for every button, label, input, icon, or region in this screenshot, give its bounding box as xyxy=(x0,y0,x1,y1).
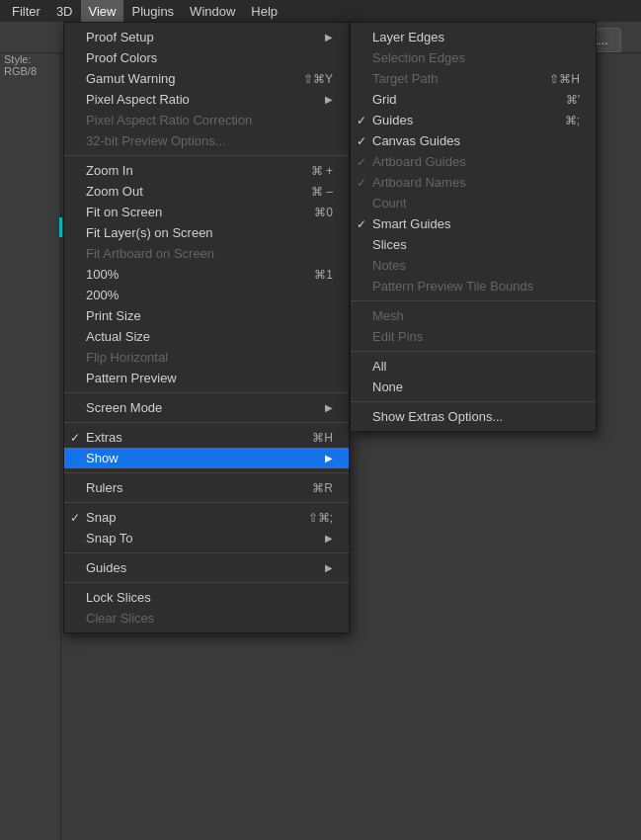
arrow-icon: ▶ xyxy=(325,533,333,544)
submenu-item-artboard-guides: ✓ Artboard Guides xyxy=(351,151,596,172)
divider xyxy=(64,472,349,473)
menu-item-proof-setup[interactable]: Proof Setup ▶ xyxy=(64,27,349,47)
submenu-item-smart-guides[interactable]: ✓ Smart Guides xyxy=(351,213,596,234)
divider xyxy=(64,392,349,393)
check-icon: ✓ xyxy=(357,155,366,169)
menu-item-200pct[interactable]: 200% xyxy=(64,285,349,305)
menu-item-fit-screen[interactable]: Fit on Screen ⌘0 xyxy=(64,202,349,222)
menu-item-zoom-in[interactable]: Zoom In ⌘ + xyxy=(64,160,349,181)
submenu-item-artboard-names: ✓ Artboard Names xyxy=(351,172,596,193)
show-submenu: Layer Edges Selection Edges Target Path … xyxy=(350,22,597,432)
arrow-icon: ▶ xyxy=(325,562,333,573)
submenu-item-guides[interactable]: ✓ Guides ⌘; xyxy=(351,110,596,130)
menu-item-gamut-warning[interactable]: Gamut Warning ⇧⌘Y xyxy=(64,68,349,89)
arrow-icon: ▶ xyxy=(325,32,333,42)
menu-bar: Filter 3D View Plugins Window Help xyxy=(0,0,641,22)
menu-item-actual-size[interactable]: Actual Size xyxy=(64,326,349,347)
menu-help[interactable]: Help xyxy=(243,0,285,22)
menu-item-proof-colors[interactable]: Proof Colors xyxy=(64,47,349,68)
menu-item-snap[interactable]: ✓ Snap ⇧⌘; xyxy=(64,507,349,528)
submenu-item-target-path: Target Path ⇧⌘H xyxy=(351,68,596,89)
arrow-icon: ▶ xyxy=(325,453,333,463)
menu-item-extras[interactable]: ✓ Extras ⌘H xyxy=(64,427,349,448)
submenu-item-show-extras-options[interactable]: Show Extras Options... xyxy=(351,406,596,427)
menu-item-lock-slices[interactable]: Lock Slices xyxy=(64,587,349,608)
submenu-item-mesh: Mesh xyxy=(351,305,596,326)
menu-item-fit-layers[interactable]: Fit Layer(s) on Screen xyxy=(64,222,349,243)
arrow-icon: ▶ xyxy=(325,402,333,413)
divider xyxy=(64,422,349,423)
submenu-item-none[interactable]: None xyxy=(351,377,596,397)
menu-plugins[interactable]: Plugins xyxy=(123,0,182,22)
menu-item-screen-mode[interactable]: Screen Mode ▶ xyxy=(64,397,349,418)
left-panel xyxy=(0,53,61,840)
view-dropdown-menu: Proof Setup ▶ Proof Colors Gamut Warning… xyxy=(63,22,350,633)
submenu-item-all[interactable]: All xyxy=(351,356,596,377)
menu-item-print-size[interactable]: Print Size xyxy=(64,305,349,326)
cyan-indicator xyxy=(59,217,62,237)
submenu-item-canvas-guides[interactable]: ✓ Canvas Guides xyxy=(351,130,596,151)
menu-window[interactable]: Window xyxy=(182,0,243,22)
divider xyxy=(351,351,596,352)
menu-item-rulers[interactable]: Rulers ⌘R xyxy=(64,477,349,498)
menu-3d[interactable]: 3D xyxy=(48,0,81,22)
divider xyxy=(64,502,349,503)
submenu-item-slices[interactable]: Slices xyxy=(351,234,596,255)
style-label: Style: xyxy=(4,53,32,65)
menu-item-show[interactable]: Show ▶ xyxy=(64,448,349,468)
check-icon: ✓ xyxy=(357,176,366,190)
check-icon: ✓ xyxy=(357,114,366,127)
menu-item-guides[interactable]: Guides ▶ xyxy=(64,557,349,578)
arrow-icon: ▶ xyxy=(325,94,333,105)
divider xyxy=(64,155,349,156)
menu-item-fit-artboard: Fit Artboard on Screen xyxy=(64,243,349,264)
check-icon: ✓ xyxy=(70,511,80,525)
divider xyxy=(64,552,349,553)
divider xyxy=(64,582,349,583)
check-icon: ✓ xyxy=(70,431,80,445)
submenu-item-grid[interactable]: Grid ⌘' xyxy=(351,89,596,110)
menu-item-clear-slices: Clear Slices xyxy=(64,608,349,629)
menu-item-100pct[interactable]: 100% ⌘1 xyxy=(64,264,349,285)
divider xyxy=(351,401,596,402)
menu-item-pixel-aspect-ratio[interactable]: Pixel Aspect Ratio ▶ xyxy=(64,89,349,110)
submenu-item-count: Count xyxy=(351,193,596,213)
check-icon: ✓ xyxy=(357,217,366,231)
submenu-item-edit-pins: Edit Pins xyxy=(351,326,596,347)
menu-item-zoom-out[interactable]: Zoom Out ⌘ – xyxy=(64,181,349,202)
menu-filter[interactable]: Filter xyxy=(4,0,48,22)
menu-item-pixel-aspect-correction: Pixel Aspect Ratio Correction xyxy=(64,110,349,130)
menu-view[interactable]: View xyxy=(81,0,124,22)
submenu-item-notes: Notes xyxy=(351,255,596,276)
menu-item-pattern-preview[interactable]: Pattern Preview xyxy=(64,368,349,388)
menu-item-snap-to[interactable]: Snap To ▶ xyxy=(64,528,349,548)
divider xyxy=(351,300,596,301)
check-icon: ✓ xyxy=(357,134,366,148)
submenu-item-selection-edges: Selection Edges xyxy=(351,47,596,68)
menu-item-flip-horizontal: Flip Horizontal xyxy=(64,347,349,368)
submenu-item-layer-edges[interactable]: Layer Edges xyxy=(351,27,596,47)
submenu-item-pattern-tile: Pattern Preview Tile Bounds xyxy=(351,276,596,296)
menu-item-32bit-preview: 32-bit Preview Options... xyxy=(64,130,349,151)
mode-label: RGB/8 xyxy=(4,65,37,77)
